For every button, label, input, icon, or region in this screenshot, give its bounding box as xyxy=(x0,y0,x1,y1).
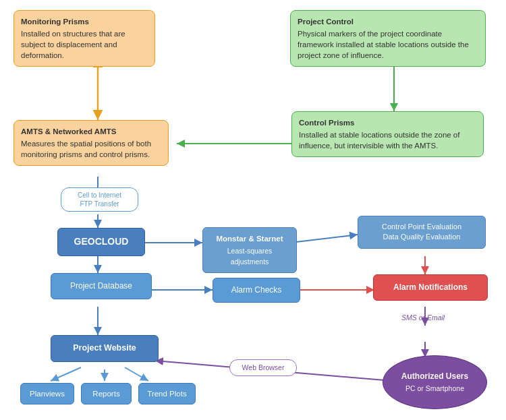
monstar-title: Monstar & Starnet xyxy=(210,233,289,244)
monitoring-prisms-box: Monitoring Prisms Installed on structure… xyxy=(13,10,155,67)
svg-line-6 xyxy=(290,235,358,243)
reports-box: Reports xyxy=(81,383,132,404)
control-point-line2: Data Quality Evaluation xyxy=(365,232,478,242)
trend-plots-label: Trend Plots xyxy=(147,390,186,398)
planviews-box: Planviews xyxy=(20,383,74,404)
monitoring-prisms-desc: Installed on structures that are subject… xyxy=(21,30,125,59)
amts-box: AMTS & Networked AMTS Measures the spati… xyxy=(13,120,169,166)
planviews-label: Planviews xyxy=(30,390,65,398)
monstar-box: Monstar & Starnet Least-squares adjustme… xyxy=(202,227,297,273)
reports-label: Reports xyxy=(92,390,119,398)
web-browser-label: Web Browser xyxy=(242,363,285,371)
sms-email-label: SMS or Email xyxy=(401,313,445,322)
alarm-checks-box: Alarm Checks xyxy=(213,278,300,303)
authorized-users-line2: PC or Smartphone xyxy=(405,384,464,394)
monitoring-prisms-title: Monitoring Prisms xyxy=(21,16,148,27)
control-point-box: Control Point Evaluation Data Quality Ev… xyxy=(358,216,486,249)
project-control-box: Project Control Physical markers of the … xyxy=(290,10,486,67)
cell-transfer-box: Cell to InternetFTP Transfer xyxy=(61,187,138,212)
web-browser-box: Web Browser xyxy=(229,359,297,376)
project-control-title: Project Control xyxy=(298,16,478,27)
amts-title: AMTS & Networked AMTS xyxy=(21,126,161,137)
amts-desc: Measures the spatial positions of both m… xyxy=(21,140,151,158)
control-prisms-desc: Installed at stable locations outside th… xyxy=(299,131,459,150)
authorized-users-line1: Authorized Users xyxy=(401,371,468,382)
control-prisms-box: Control Prisms Installed at stable locat… xyxy=(291,111,484,157)
project-website-box: Project Website xyxy=(51,335,159,362)
monstar-desc: Least-squares adjustments xyxy=(227,247,273,266)
trend-plots-box: Trend Plots xyxy=(138,383,196,404)
project-database-label: Project Database xyxy=(70,281,132,291)
project-website-label: Project Website xyxy=(73,343,136,353)
alarm-checks-label: Alarm Checks xyxy=(231,285,282,295)
geocloud-label: GEOCLOUD xyxy=(74,236,129,247)
project-database-box: Project Database xyxy=(51,273,152,299)
alarm-notifications-label: Alarm Notifications xyxy=(393,282,468,292)
authorized-users-box: Authorized Users PC or Smartphone xyxy=(383,355,487,409)
project-control-desc: Physical markers of the project coordina… xyxy=(298,30,469,59)
svg-line-17 xyxy=(125,367,148,381)
cell-transfer-label: Cell to InternetFTP Transfer xyxy=(78,191,121,208)
control-prisms-title: Control Prisms xyxy=(299,117,476,128)
svg-line-15 xyxy=(51,367,81,381)
alarm-notifications-box: Alarm Notifications xyxy=(373,274,488,301)
control-point-line1: Control Point Evaluation xyxy=(365,222,478,232)
geocloud-box: GEOCLOUD xyxy=(57,228,145,256)
diagram: Monitoring Prisms Installed on structure… xyxy=(0,0,506,420)
